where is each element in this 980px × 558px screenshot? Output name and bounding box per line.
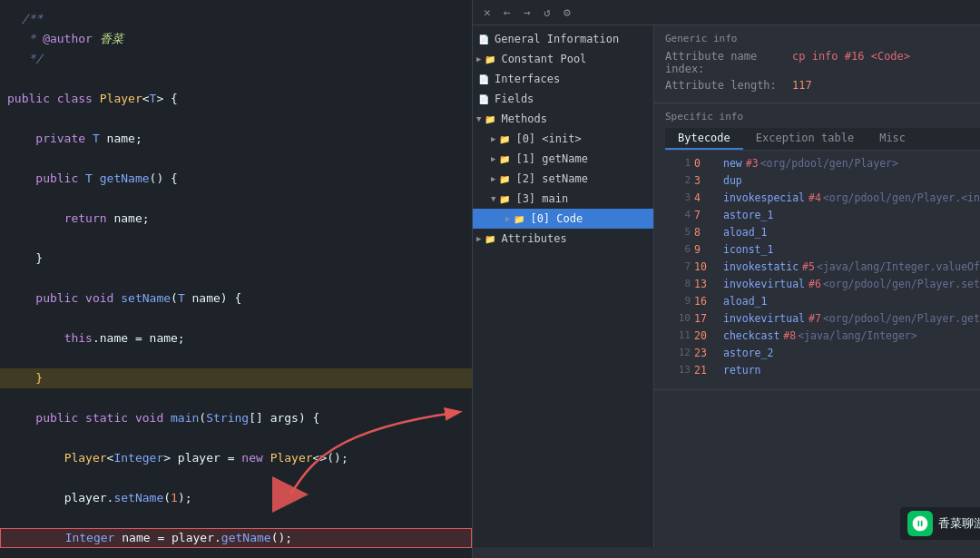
code-line-8 <box>0 149 472 169</box>
code-text: ( <box>171 289 178 308</box>
tree-item-getname[interactable]: ▶ 📁 [1] getName <box>473 149 653 169</box>
tree-item-constant-pool[interactable]: ▶ 📁 Constant Pool <box>473 49 653 69</box>
bc-op: checkcast <box>723 329 779 342</box>
tab-exception-table[interactable]: Exception table <box>743 128 867 150</box>
code-line-7: private T name; <box>0 129 472 149</box>
code-fn: setName <box>113 488 163 508</box>
back-button[interactable]: ← <box>500 5 514 20</box>
tree-item-general[interactable]: 📄 General Information <box>473 29 653 49</box>
code-type: T <box>150 89 157 109</box>
code-type: T <box>93 129 100 149</box>
settings-button[interactable]: ⚙ <box>560 5 574 20</box>
code-line-21: public static void main(String[] args) { <box>0 408 472 428</box>
code-kw: static <box>85 408 135 428</box>
code-line-25: player.setName(1); <box>0 488 472 508</box>
bc-ref: #8 <box>783 329 796 342</box>
code-line-14 <box>0 269 472 289</box>
bc-row-3: 3 4 invokespecial #4 <org/pdool/gen/Play… <box>672 189 980 206</box>
tree-item-fields[interactable]: 📄 Fields <box>473 89 653 109</box>
folder-icon: 📄 <box>476 92 491 106</box>
tab-misc[interactable]: Misc <box>867 128 918 150</box>
tree-label: [2] setName <box>515 172 587 185</box>
close-button[interactable]: ✕ <box>480 5 495 20</box>
bc-line-num: 12 <box>672 347 691 358</box>
bc-comment: <org/pdool/gen/Player.<init>> <box>823 191 980 204</box>
bc-offset: 23 <box>694 347 720 359</box>
code-indent <box>7 129 35 149</box>
tree-item-main[interactable]: ▼ 📁 [3] main <box>473 189 653 209</box>
code-kw: this <box>64 328 93 348</box>
bc-op: dup <box>723 174 742 187</box>
bc-op: astore_2 <box>723 347 773 359</box>
bc-ref: #3 <box>746 157 759 170</box>
code-fn: main <box>171 408 199 428</box>
bc-offset: 17 <box>694 312 720 325</box>
code-line-5: public class Player<T> { <box>0 89 472 109</box>
attr-len-row: Attribute length: 117 <box>665 79 980 92</box>
tab-bytecode[interactable]: Bytecode <box>665 128 743 150</box>
code-text: .name = name; <box>93 328 185 348</box>
code-text: name = player. <box>114 528 220 548</box>
code-text: name; <box>113 209 149 229</box>
code-type: T <box>178 289 185 308</box>
arrow-right-icon: ▶ <box>491 134 495 143</box>
attr-name-value[interactable]: cp info #16 <Code> <box>792 50 910 63</box>
bc-row-9: 9 16 aload_1 <box>672 292 980 309</box>
bc-comment: <org/pdool/gen/Player.setName> <box>823 278 980 290</box>
bc-row-7: 7 10 invokestatic #5 <java/lang/Integer.… <box>672 258 980 275</box>
tree-item-init[interactable]: ▶ 📁 [0] <init> <box>473 129 653 149</box>
tree-item-methods[interactable]: ▼ 📁 Methods <box>473 109 653 129</box>
code-line-2: * @author 香菜 <box>0 29 472 49</box>
code-indent <box>7 448 64 468</box>
arrow-right-icon: ▶ <box>476 54 481 64</box>
bc-row-5: 5 8 aload_1 <box>672 223 980 240</box>
code-kw: private <box>35 129 93 149</box>
generic-info-title: Generic info <box>665 33 980 44</box>
code-fn: getName <box>100 169 150 189</box>
refresh-button[interactable]: ↺ <box>540 5 554 20</box>
bc-line-num: 9 <box>672 295 691 307</box>
tree-item-setname[interactable]: ▶ 📁 [2] setName <box>473 169 653 189</box>
bytecode-table: 1 0 new #3 <org/pdool/gen/Player> 2 3 du… <box>665 151 980 382</box>
code-indent <box>7 289 35 308</box>
attr-len-value: 117 <box>792 79 812 92</box>
tree-label: [3] main <box>515 192 568 205</box>
tree-label: General Information <box>495 33 619 45</box>
bc-comment: <java/lang/Integer> <box>798 329 917 342</box>
code-text: player. <box>64 488 114 508</box>
generic-info-section: Generic info Attribute name index: cp in… <box>654 25 980 103</box>
watermark-text: 香菜聊游戏 <box>938 515 980 532</box>
code-line-12 <box>0 229 472 249</box>
bc-offset: 4 <box>694 191 720 204</box>
code-kw: public <box>35 408 85 428</box>
bc-comment: <java/lang/Integer.valueOf> <box>817 260 980 273</box>
code-line-9: public T getName() { <box>0 169 472 189</box>
bc-offset: 16 <box>694 295 720 308</box>
tree-item-attributes[interactable]: ▶ 📁 Attributes <box>473 229 653 249</box>
tree-item-interfaces[interactable]: 📄 Interfaces <box>473 69 653 89</box>
tree-item-code[interactable]: ▶ 📁 [0] Code <box>473 209 653 229</box>
code-text: */ <box>7 49 43 69</box>
code-text <box>93 169 100 189</box>
code-fn: getName <box>221 528 271 548</box>
attr-name-row: Attribute name index: cp info #16 <Code> <box>665 50 980 75</box>
code-kw: return <box>64 209 114 229</box>
code-kw: class <box>57 89 100 109</box>
specific-info-title: Specific info <box>665 111 980 122</box>
bc-line-num: 10 <box>672 312 691 324</box>
forward-button[interactable]: → <box>520 5 534 20</box>
bc-line-num: 13 <box>672 364 691 376</box>
code-line-10 <box>0 189 472 209</box>
code-line-26 <box>0 508 472 528</box>
code-fn: setName <box>121 289 171 308</box>
folder-icon: 📄 <box>476 72 491 86</box>
code-class: Player <box>100 89 142 109</box>
code-text: (); <box>271 528 292 548</box>
code-line-17: this.name = name; <box>0 328 472 348</box>
bc-line-num: 11 <box>672 329 691 341</box>
watermark: 香菜聊游戏 <box>900 507 980 540</box>
code-indent <box>7 169 35 189</box>
bc-offset: 8 <box>694 226 720 239</box>
folder-icon: 📁 <box>497 171 512 186</box>
folder-icon: 📁 <box>483 52 497 66</box>
